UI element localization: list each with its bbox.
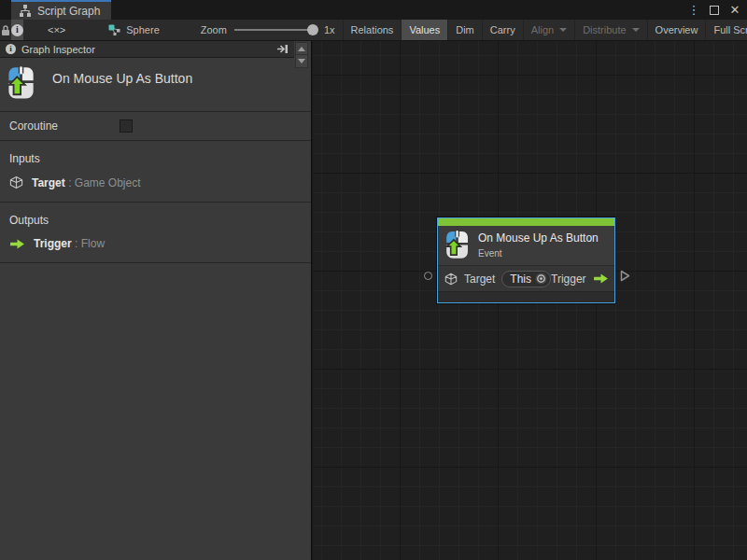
- type-separator: :: [68, 176, 71, 189]
- output-port-connector[interactable]: [620, 270, 630, 282]
- inspector-title: Graph Inspector: [21, 44, 95, 55]
- input-port-connector[interactable]: [424, 272, 432, 280]
- output-type: Flow: [81, 237, 105, 250]
- scroll-down-button[interactable]: [295, 55, 308, 68]
- code-icon: <×>: [48, 24, 65, 35]
- input-type: Game Object: [75, 176, 141, 189]
- lock-button[interactable]: [0, 20, 11, 40]
- unit-title: On Mouse Up As Button: [52, 71, 192, 86]
- window-controls: ⋮ ✕: [687, 0, 741, 20]
- graph-canvas[interactable]: On Mouse Up As Button Event Target This: [313, 41, 747, 560]
- toolbar-button-fullscreen[interactable]: Full Screen: [706, 20, 747, 40]
- dropdown-arrow-icon: [632, 28, 640, 32]
- inputs-title: Inputs: [0, 147, 311, 175]
- toolbar-button-overview[interactable]: Overview: [648, 20, 707, 40]
- outputs-section: Outputs Trigger : Flow: [0, 203, 311, 263]
- output-port-row: Trigger : Flow: [0, 236, 311, 251]
- toolbar-button-align[interactable]: Align: [524, 20, 575, 40]
- inspector-toggle-button[interactable]: i: [11, 20, 23, 40]
- game-object-cube-icon: [9, 175, 23, 189]
- tab-label: Script Graph: [37, 5, 100, 18]
- output-name: Trigger: [34, 237, 72, 250]
- node-on-mouse-up-as-button[interactable]: On Mouse Up As Button Event Target This: [437, 217, 615, 303]
- info-icon: i: [6, 44, 16, 54]
- inspector-scroll-steppers: [295, 42, 308, 68]
- coroutine-checkbox[interactable]: [120, 119, 133, 133]
- graph-inspector-panel: i Graph Inspector On Mouse Up As Button …: [0, 41, 312, 560]
- type-separator: :: [75, 237, 78, 250]
- dock-arrow-icon: [276, 44, 289, 54]
- outputs-title: Outputs: [0, 208, 311, 236]
- dock-panel-button[interactable]: [276, 44, 289, 54]
- inputs-section: Inputs Target : Game Object: [0, 141, 311, 203]
- toolbar: i <×> Sphere Zoom 1x Relations Values Di…: [0, 20, 747, 41]
- scroll-up-button[interactable]: [295, 42, 308, 55]
- flow-arrow-icon: [593, 273, 609, 285]
- graph-name-label: Sphere: [126, 24, 159, 35]
- script-graph-asset-icon: [108, 24, 120, 35]
- object-picker-icon: [535, 273, 547, 285]
- code-view-button[interactable]: <×>: [40, 20, 73, 40]
- triangle-down-icon: [298, 59, 305, 63]
- toolbar-button-carry[interactable]: Carry: [483, 20, 524, 40]
- triangle-up-icon: [298, 47, 305, 51]
- node-footer: [438, 291, 614, 302]
- zoom-label: Zoom: [201, 24, 227, 35]
- node-output-label: Trigger: [551, 273, 586, 286]
- node-subtitle: Event: [478, 248, 599, 259]
- toolbar-button-values[interactable]: Values: [402, 20, 448, 40]
- on-mouse-up-icon: [445, 231, 470, 259]
- node-header[interactable]: On Mouse Up As Button Event: [438, 226, 614, 266]
- event-color-strip: [438, 218, 614, 226]
- node-ports-row: Target This Trigger: [438, 266, 614, 291]
- unit-header: On Mouse Up As Button: [0, 58, 311, 112]
- flow-arrow-icon: [9, 238, 25, 250]
- toolbar-button-dim[interactable]: Dim: [448, 20, 483, 40]
- graph-hierarchy-icon: [19, 5, 32, 17]
- maximize-icon[interactable]: [710, 6, 719, 15]
- target-value: This: [510, 273, 531, 286]
- node-input-label: Target: [464, 273, 495, 286]
- input-port-row: Target : Game Object: [0, 175, 311, 190]
- close-icon[interactable]: ✕: [728, 3, 741, 17]
- inspector-header: i Graph Inspector: [0, 41, 294, 58]
- zoom-control: Zoom 1x: [193, 20, 343, 40]
- coroutine-row: Coroutine: [0, 112, 311, 141]
- node-title: On Mouse Up As Button: [478, 231, 599, 245]
- game-object-cube-icon: [444, 273, 458, 286]
- zoom-value: 1x: [324, 24, 335, 35]
- title-bar: Script Graph ⋮ ✕: [0, 0, 747, 20]
- zoom-slider[interactable]: [234, 29, 317, 31]
- toolbar-button-distribute[interactable]: Distribute: [575, 20, 647, 40]
- more-menu-icon[interactable]: ⋮: [687, 3, 700, 17]
- target-value-chip[interactable]: This: [501, 271, 551, 287]
- graph-breadcrumb[interactable]: Sphere: [101, 20, 166, 40]
- zoom-slider-knob[interactable]: [307, 24, 318, 35]
- on-mouse-up-icon: [7, 66, 35, 100]
- toolbar-button-relations[interactable]: Relations: [343, 20, 402, 40]
- coroutine-label: Coroutine: [9, 119, 120, 133]
- input-name: Target: [32, 176, 65, 189]
- lock-icon: [0, 24, 11, 36]
- dropdown-arrow-icon: [559, 28, 567, 32]
- info-icon: i: [11, 24, 23, 36]
- tab-script-graph[interactable]: Script Graph: [11, 0, 111, 20]
